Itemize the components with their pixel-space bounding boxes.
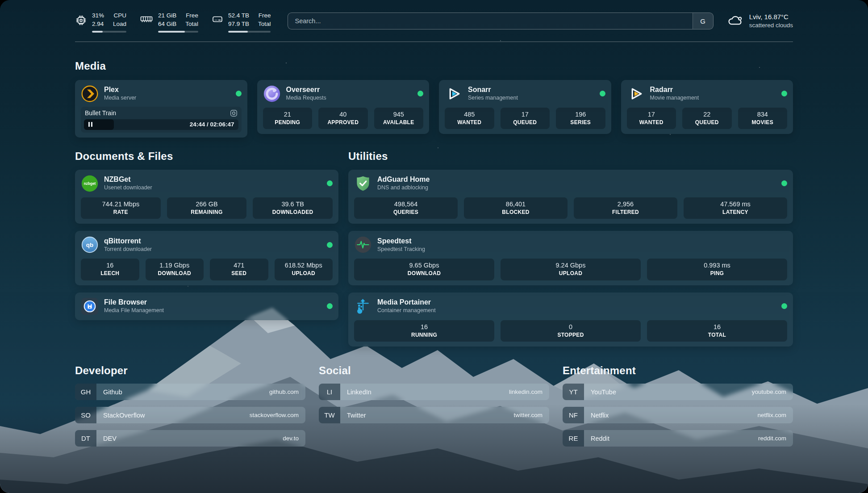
- link-netflix[interactable]: NF Netflix netflix.com: [563, 407, 793, 423]
- search-bar: G: [288, 13, 713, 29]
- app-card-sonarr[interactable]: Sonarr Series management 485 WANTED 17 Q…: [439, 80, 611, 134]
- stat-value: 9.24 Gbps: [504, 261, 637, 270]
- app-card-nzbget[interactable]: nzbget NZBGet Usenet downloader 744.21 M…: [75, 170, 338, 224]
- status-dot: [781, 180, 787, 186]
- section-title-utilities: Utilities: [348, 150, 793, 163]
- stat-label: REMAINING: [171, 209, 243, 216]
- app-name: Sonarr: [468, 85, 518, 94]
- star-specks: [0, 0, 1, 1]
- app-card-filebrowser[interactable]: File Browser Media File Management: [75, 292, 338, 320]
- status-dot: [781, 91, 787, 96]
- stat-value: 21: [267, 110, 309, 119]
- app-card-plex[interactable]: Plex Media server Bullet Train: [75, 80, 247, 138]
- header-bar: 31% 2.94 CPU Load: [75, 12, 793, 33]
- stat-label: WANTED: [630, 119, 673, 126]
- app-description: Media File Management: [104, 307, 164, 314]
- gear-icon[interactable]: [230, 109, 238, 117]
- link-github[interactable]: GH Github github.com: [75, 384, 305, 400]
- status-dot: [600, 91, 605, 96]
- link-badge: LI: [319, 384, 340, 400]
- app-description: Media Requests: [286, 95, 326, 102]
- stat-label: PING: [651, 270, 784, 277]
- filebrowser-icon: [81, 297, 99, 315]
- stat-box: 744.21 Mbps RATE: [81, 197, 161, 219]
- stat-label: QUEUED: [686, 119, 728, 126]
- section-media: Media Plex Media server: [75, 60, 793, 138]
- search-input[interactable]: [288, 13, 692, 29]
- section-social: Social LI LinkedIn linkedin.com TW Twitt…: [319, 364, 549, 423]
- stat-box: 196 SERIES: [556, 108, 605, 129]
- app-card-adguard[interactable]: AdGuard Home DNS and adblocking 498,564 …: [348, 170, 793, 224]
- system-stats: 31% 2.94 CPU Load: [75, 12, 271, 33]
- link-twitter[interactable]: TW Twitter twitter.com: [319, 407, 549, 423]
- stat-label: WANTED: [448, 119, 491, 126]
- stat-value: 47.569 ms: [687, 200, 784, 209]
- link-url: stackoverflow.com: [250, 407, 305, 423]
- link-dev[interactable]: DT DEV dev.to: [75, 430, 305, 447]
- stat-box: 2,956 FILTERED: [574, 197, 677, 219]
- link-reddit[interactable]: RE Reddit reddit.com: [563, 430, 793, 447]
- disk-widget: 52.4 TB 97.9 TB Free Total: [212, 12, 271, 33]
- weather-widget: Lviv, 16.87°C scattered clouds: [727, 13, 793, 29]
- plex-now-playing: Bullet Train 24:44 / 02:06:47: [81, 107, 242, 133]
- stat-label: LEECH: [84, 270, 136, 277]
- cpu-load-value: 2.94: [92, 20, 104, 29]
- stat-label: SEED: [213, 270, 265, 277]
- section-title-developer: Developer: [75, 364, 305, 377]
- stat-label: RUNNING: [358, 332, 491, 339]
- search-engine-button[interactable]: G: [693, 13, 713, 29]
- link-linkedin[interactable]: LI LinkedIn linkedin.com: [319, 384, 549, 400]
- app-description: DNS and adblocking: [377, 184, 430, 192]
- link-name: LinkedIn: [340, 384, 371, 400]
- app-description: Container management: [377, 307, 436, 314]
- overseerr-icon: [263, 85, 281, 103]
- status-dot: [327, 180, 333, 186]
- link-badge: GH: [75, 384, 96, 400]
- stat-label: BLOCKED: [467, 209, 564, 216]
- link-badge: SO: [75, 407, 96, 423]
- app-card-speedtest[interactable]: Speedtest Speedtest Tracking 9.65 Gbps D…: [348, 231, 793, 285]
- link-youtube[interactable]: YT YouTube youtube.com: [563, 384, 793, 400]
- app-card-qbittorrent[interactable]: qb qBittorrent Torrent downloader 16 LEE…: [75, 231, 338, 285]
- stat-value: 17: [630, 110, 673, 119]
- header-divider: [75, 42, 793, 42]
- stat-label: DOWNLOAD: [358, 270, 491, 277]
- link-name: StackOverflow: [96, 407, 145, 423]
- memory-total-label: Total: [185, 20, 198, 29]
- disk-free-value: 52.4 TB: [228, 12, 249, 20]
- stat-label: DOWNLOADED: [256, 209, 329, 216]
- stat-label: LATENCY: [687, 209, 784, 216]
- link-badge: RE: [563, 430, 584, 447]
- stat-value: 17: [504, 110, 547, 119]
- app-description: Series management: [468, 95, 518, 102]
- stat-box: 17 WANTED: [627, 108, 676, 129]
- stat-label: FILTERED: [577, 209, 674, 216]
- link-url: dev.to: [283, 430, 305, 447]
- section-title-entertainment: Entertainment: [563, 364, 793, 377]
- pause-icon[interactable]: [88, 122, 92, 127]
- app-name: NZBGet: [104, 175, 152, 184]
- stat-value: 1.19 Gbps: [149, 261, 200, 270]
- stat-label: SERIES: [559, 119, 602, 126]
- stat-box: 0 STOPPED: [501, 320, 641, 342]
- link-url: github.com: [269, 384, 305, 400]
- stat-box: 945 AVAILABLE: [374, 108, 424, 129]
- adguard-icon: [354, 175, 372, 192]
- app-card-portainer[interactable]: Media Portainer Container management 16 …: [348, 292, 793, 347]
- app-card-radarr[interactable]: Radarr Movie management 17 WANTED 22 QUE…: [621, 80, 793, 134]
- playback-progress-bar[interactable]: 24:44 / 02:06:47: [84, 119, 238, 130]
- cpu-widget: 31% 2.94 CPU Load: [75, 12, 126, 33]
- stat-value: 498,564: [358, 200, 454, 209]
- stat-box: 834 MOVIES: [738, 108, 788, 129]
- stat-box: 498,564 QUERIES: [354, 197, 458, 219]
- link-stackoverflow[interactable]: SO StackOverflow stackoverflow.com: [75, 407, 305, 423]
- stat-value: 39.6 TB: [256, 200, 329, 209]
- link-url: reddit.com: [758, 430, 793, 447]
- stat-box: 40 APPROVED: [318, 108, 368, 129]
- app-card-overseerr[interactable]: Overseerr Media Requests 21 PENDING 40 A…: [257, 80, 430, 134]
- stat-value: 834: [742, 110, 784, 119]
- link-url: twitter.com: [513, 407, 549, 423]
- stat-value: 618.52 Mbps: [278, 261, 330, 270]
- link-url: youtube.com: [752, 384, 793, 400]
- stat-label: UPLOAD: [278, 270, 330, 277]
